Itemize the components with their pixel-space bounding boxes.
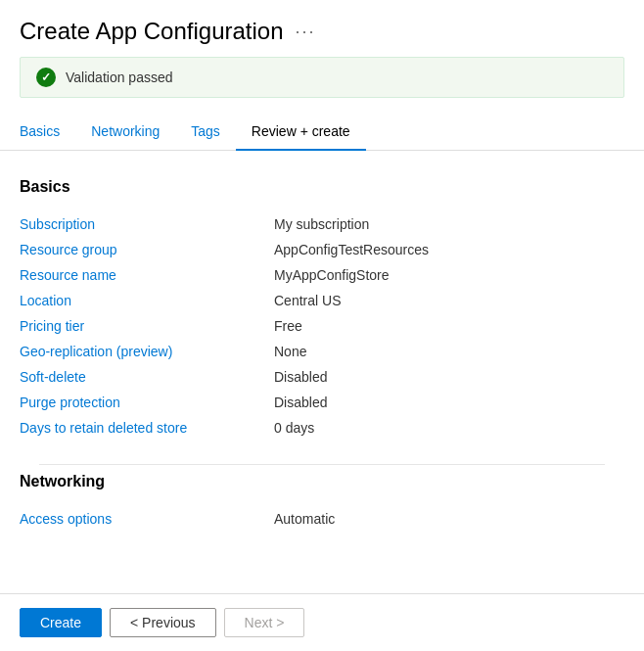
row-value: Disabled	[274, 364, 624, 390]
table-row: Purge protectionDisabled	[20, 390, 624, 415]
create-button[interactable]: Create	[20, 608, 102, 637]
tab-bar: BasicsNetworkingTagsReview + create	[0, 114, 644, 151]
page-title: Create App Configuration	[20, 18, 284, 45]
content-area: BasicsSubscriptionMy subscriptionResourc…	[0, 151, 644, 532]
footer-actions: Create < Previous Next >	[0, 593, 644, 651]
row-value: 0 days	[274, 415, 624, 441]
row-label: Resource name	[20, 262, 274, 288]
validation-check-icon	[36, 68, 56, 87]
tab-networking[interactable]: Networking	[75, 114, 175, 151]
row-label: Pricing tier	[20, 313, 274, 339]
previous-button[interactable]: < Previous	[110, 608, 216, 637]
row-value: None	[274, 339, 624, 364]
next-button: Next >	[224, 608, 305, 637]
main-content: BasicsSubscriptionMy subscriptionResourc…	[0, 151, 644, 624]
row-label: Purge protection	[20, 390, 274, 415]
row-label: Days to retain deleted store	[20, 415, 274, 441]
table-row: Days to retain deleted store0 days	[20, 415, 624, 441]
section-title-basics: Basics	[20, 178, 624, 196]
row-value: My subscription	[274, 211, 624, 237]
section-divider	[39, 464, 605, 465]
row-label: Location	[20, 288, 274, 313]
row-label: Subscription	[20, 211, 274, 237]
validation-text: Validation passed	[66, 70, 172, 85]
tab-tags[interactable]: Tags	[175, 114, 236, 151]
row-value: Automatic	[274, 506, 624, 532]
tab-review-create[interactable]: Review + create	[236, 114, 366, 151]
row-label: Geo-replication (preview)	[20, 339, 274, 364]
info-table-basics: SubscriptionMy subscriptionResource grou…	[20, 211, 624, 441]
table-row: Resource nameMyAppConfigStore	[20, 262, 624, 288]
row-label: Resource group	[20, 237, 274, 262]
more-options-icon[interactable]: ···	[296, 22, 316, 42]
row-value: Disabled	[274, 390, 624, 415]
row-value: MyAppConfigStore	[274, 262, 624, 288]
row-label: Soft-delete	[20, 364, 274, 390]
row-value: AppConfigTestResources	[274, 237, 624, 262]
table-row: Pricing tierFree	[20, 313, 624, 339]
table-row: Geo-replication (preview)None	[20, 339, 624, 364]
row-label: Access options	[20, 506, 274, 532]
info-table-networking: Access optionsAutomatic	[20, 506, 624, 532]
page-header: Create App Configuration ···	[0, 0, 644, 57]
table-row: LocationCentral US	[20, 288, 624, 313]
table-row: Soft-deleteDisabled	[20, 364, 624, 390]
validation-banner: Validation passed	[20, 57, 624, 98]
table-row: SubscriptionMy subscription	[20, 211, 624, 237]
table-row: Access optionsAutomatic	[20, 506, 624, 532]
row-value: Free	[274, 313, 624, 339]
table-row: Resource groupAppConfigTestResources	[20, 237, 624, 262]
section-title-networking: Networking	[20, 473, 624, 490]
row-value: Central US	[274, 288, 624, 313]
tab-basics[interactable]: Basics	[20, 114, 75, 151]
